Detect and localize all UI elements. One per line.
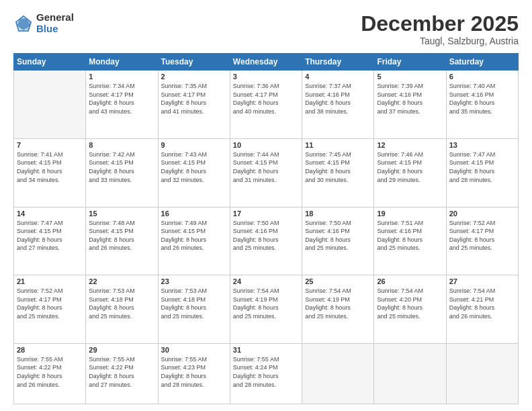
day-info: Sunrise: 7:55 AM Sunset: 4:23 PM Dayligh… [161,355,227,389]
weekday-header-row: Sunday Monday Tuesday Wednesday Thursday… [14,54,519,71]
table-row [302,343,374,404]
day-info: Sunrise: 7:49 AM Sunset: 4:15 PM Dayligh… [161,219,227,253]
day-number: 2 [161,73,227,81]
day-number: 19 [377,210,443,218]
day-info: Sunrise: 7:54 AM Sunset: 4:19 PM Dayligh… [305,287,371,320]
table-row: 5Sunrise: 7:39 AM Sunset: 4:16 PM Daylig… [374,71,446,139]
header-tuesday: Tuesday [158,54,230,71]
table-row: 4Sunrise: 7:37 AM Sunset: 4:16 PM Daylig… [302,71,374,139]
calendar-week-row: 1Sunrise: 7:34 AM Sunset: 4:17 PM Daylig… [14,71,519,139]
table-row: 7Sunrise: 7:41 AM Sunset: 4:15 PM Daylig… [14,138,86,207]
day-number: 30 [161,346,227,354]
table-row [14,71,86,139]
calendar-table: Sunday Monday Tuesday Wednesday Thursday… [13,53,519,404]
day-info: Sunrise: 7:34 AM Sunset: 4:17 PM Dayligh… [89,82,154,116]
day-info: Sunrise: 7:54 AM Sunset: 4:21 PM Dayligh… [449,287,515,320]
day-info: Sunrise: 7:55 AM Sunset: 4:22 PM Dayligh… [89,355,154,389]
logo-icon [13,13,34,34]
day-number: 7 [17,141,83,149]
day-number: 5 [377,73,443,81]
day-info: Sunrise: 7:37 AM Sunset: 4:16 PM Dayligh… [305,82,371,116]
table-row: 27Sunrise: 7:54 AM Sunset: 4:21 PM Dayli… [446,275,518,344]
calendar-body: 1Sunrise: 7:34 AM Sunset: 4:17 PM Daylig… [14,71,519,404]
day-info: Sunrise: 7:52 AM Sunset: 4:17 PM Dayligh… [449,219,515,253]
day-number: 25 [305,277,371,285]
day-info: Sunrise: 7:39 AM Sunset: 4:16 PM Dayligh… [377,82,443,116]
day-info: Sunrise: 7:47 AM Sunset: 4:15 PM Dayligh… [17,219,83,253]
logo: General Blue [13,12,74,34]
day-number: 20 [449,210,515,218]
day-number: 22 [89,277,154,285]
table-row [446,343,518,404]
day-number: 15 [89,210,154,218]
calendar-week-row: 28Sunrise: 7:55 AM Sunset: 4:22 PM Dayli… [14,343,519,404]
day-info: Sunrise: 7:44 AM Sunset: 4:15 PM Dayligh… [233,150,299,184]
table-row: 6Sunrise: 7:40 AM Sunset: 4:16 PM Daylig… [446,71,518,139]
day-number: 12 [377,141,443,149]
day-info: Sunrise: 7:55 AM Sunset: 4:24 PM Dayligh… [233,355,299,389]
day-number: 21 [17,277,83,285]
day-info: Sunrise: 7:42 AM Sunset: 4:15 PM Dayligh… [89,150,154,184]
day-info: Sunrise: 7:53 AM Sunset: 4:18 PM Dayligh… [161,287,227,320]
day-info: Sunrise: 7:35 AM Sunset: 4:17 PM Dayligh… [161,82,227,116]
logo-general-text: General [36,12,74,24]
day-info: Sunrise: 7:50 AM Sunset: 4:16 PM Dayligh… [233,219,299,253]
day-number: 11 [305,141,371,149]
day-info: Sunrise: 7:43 AM Sunset: 4:15 PM Dayligh… [161,150,227,184]
day-info: Sunrise: 7:52 AM Sunset: 4:17 PM Dayligh… [17,287,83,320]
day-info: Sunrise: 7:41 AM Sunset: 4:15 PM Dayligh… [17,150,83,184]
table-row: 1Sunrise: 7:34 AM Sunset: 4:17 PM Daylig… [86,71,158,139]
day-info: Sunrise: 7:40 AM Sunset: 4:16 PM Dayligh… [449,82,515,116]
header-saturday: Saturday [446,54,518,71]
table-row: 22Sunrise: 7:53 AM Sunset: 4:18 PM Dayli… [86,275,158,344]
table-row: 29Sunrise: 7:55 AM Sunset: 4:22 PM Dayli… [86,343,158,404]
day-info: Sunrise: 7:47 AM Sunset: 4:15 PM Dayligh… [449,150,515,184]
day-info: Sunrise: 7:53 AM Sunset: 4:18 PM Dayligh… [89,287,154,320]
table-row: 3Sunrise: 7:36 AM Sunset: 4:17 PM Daylig… [230,71,302,139]
table-row: 23Sunrise: 7:53 AM Sunset: 4:18 PM Dayli… [158,275,230,344]
table-row: 10Sunrise: 7:44 AM Sunset: 4:15 PM Dayli… [230,138,302,207]
day-info: Sunrise: 7:50 AM Sunset: 4:16 PM Dayligh… [305,219,371,253]
day-number: 27 [449,277,515,285]
month-title: December 2025 [361,12,519,36]
logo-blue-text: Blue [36,24,74,35]
table-row: 13Sunrise: 7:47 AM Sunset: 4:15 PM Dayli… [446,138,518,207]
table-row: 16Sunrise: 7:49 AM Sunset: 4:15 PM Dayli… [158,207,230,275]
day-number: 10 [233,141,299,149]
table-row: 11Sunrise: 7:45 AM Sunset: 4:15 PM Dayli… [302,138,374,207]
table-row: 8Sunrise: 7:42 AM Sunset: 4:15 PM Daylig… [86,138,158,207]
header-friday: Friday [374,54,446,71]
page: General Blue December 2025 Taugl, Salzbu… [0,0,532,411]
location: Taugl, Salzburg, Austria [361,36,519,46]
day-info: Sunrise: 7:48 AM Sunset: 4:15 PM Dayligh… [89,219,154,253]
day-number: 3 [233,73,299,81]
table-row: 17Sunrise: 7:50 AM Sunset: 4:16 PM Dayli… [230,207,302,275]
day-number: 29 [89,346,154,354]
day-info: Sunrise: 7:55 AM Sunset: 4:22 PM Dayligh… [17,355,83,389]
calendar-week-row: 21Sunrise: 7:52 AM Sunset: 4:17 PM Dayli… [14,275,519,344]
table-row [374,343,446,404]
day-number: 28 [17,346,83,354]
table-row: 28Sunrise: 7:55 AM Sunset: 4:22 PM Dayli… [14,343,86,404]
table-row: 2Sunrise: 7:35 AM Sunset: 4:17 PM Daylig… [158,71,230,139]
table-row: 24Sunrise: 7:54 AM Sunset: 4:19 PM Dayli… [230,275,302,344]
day-number: 23 [161,277,227,285]
day-number: 13 [449,141,515,149]
header-wednesday: Wednesday [230,54,302,71]
day-number: 17 [233,210,299,218]
calendar-week-row: 7Sunrise: 7:41 AM Sunset: 4:15 PM Daylig… [14,138,519,207]
logo-text: General Blue [36,12,74,34]
day-number: 6 [449,73,515,81]
table-row: 18Sunrise: 7:50 AM Sunset: 4:16 PM Dayli… [302,207,374,275]
day-info: Sunrise: 7:45 AM Sunset: 4:15 PM Dayligh… [305,150,371,184]
table-row: 25Sunrise: 7:54 AM Sunset: 4:19 PM Dayli… [302,275,374,344]
table-row: 26Sunrise: 7:54 AM Sunset: 4:20 PM Dayli… [374,275,446,344]
day-info: Sunrise: 7:51 AM Sunset: 4:16 PM Dayligh… [377,219,443,253]
table-row: 31Sunrise: 7:55 AM Sunset: 4:24 PM Dayli… [230,343,302,404]
day-number: 18 [305,210,371,218]
day-number: 14 [17,210,83,218]
header: General Blue December 2025 Taugl, Salzbu… [13,12,519,46]
calendar-header: Sunday Monday Tuesday Wednesday Thursday… [14,54,519,71]
day-number: 16 [161,210,227,218]
day-number: 8 [89,141,154,149]
